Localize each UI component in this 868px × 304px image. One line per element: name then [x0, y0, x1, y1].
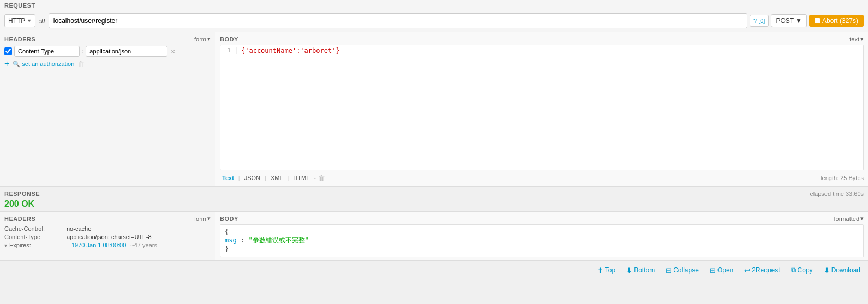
protocol-label: HTTP	[8, 17, 25, 25]
response-section-label: RESPONSE	[4, 190, 40, 197]
response-body-panel: BODY formatted ▾ { msg : "参数错误或不完整" }	[215, 212, 868, 260]
open-icon: ⊞	[710, 266, 716, 275]
resp-headers-form-arrow-icon: ▾	[207, 215, 211, 222]
tab-json[interactable]: JSON	[242, 174, 262, 182]
body-panel-title: BODY	[220, 36, 238, 43]
collapse-button[interactable]: ⊟ Collapse	[662, 265, 702, 276]
header-value-input[interactable]	[86, 46, 167, 57]
resp-body-title: BODY	[220, 216, 238, 222]
protocol-select[interactable]: HTTP ▼	[4, 14, 35, 27]
request-body-panel: BODY text ▾ 1 {'accountName':'arboret'} …	[215, 32, 868, 186]
headers-form-arrow-icon: ▾	[207, 35, 211, 43]
request-button[interactable]: ↩ 2Request	[741, 265, 783, 276]
resp-json-brace-open: {	[225, 228, 859, 236]
resp-header-key-expires: Expires:	[9, 242, 69, 248]
bottom-label: Bottom	[634, 266, 655, 274]
download-button[interactable]: ⬇ Download	[821, 265, 864, 276]
add-header-button[interactable]: +	[4, 59, 9, 69]
copy-button[interactable]: ⧉ Copy	[788, 264, 816, 276]
resp-header-val-expires[interactable]: 1970 Jan 1 08:00:00	[71, 242, 126, 248]
request-body-area: HEADERS form ▾ : × + 🔍 set an authoriza	[0, 32, 868, 186]
request-label: 2Request	[752, 266, 780, 274]
auth-link-label: set an authorization	[22, 61, 74, 67]
request-section: REQUEST HTTP ▼ :// ? [0] POST ▼ Abort (3…	[0, 0, 868, 186]
resp-json-msg-line: msg : "参数错误或不完整"	[225, 236, 859, 245]
code-line-1: 1 {'accountName':'arboret'}	[220, 45, 863, 56]
resp-headers-form-label: form	[194, 216, 206, 222]
response-header-row: RESPONSE elapsed time 33.60s	[0, 187, 868, 198]
request-body-editor[interactable]: 1 {'accountName':'arboret'}	[220, 45, 864, 170]
body-tabs: Text | JSON | XML | HTML - 🗑	[220, 174, 325, 182]
request-icon: ↩	[744, 266, 750, 275]
request-section-label: REQUEST	[0, 0, 868, 10]
top-label: Top	[605, 266, 615, 274]
search-icon: 🔍	[13, 61, 20, 68]
open-label: Open	[717, 266, 733, 274]
download-label: Download	[831, 266, 860, 274]
resp-header-val-ctype: application/json; charset=UTF-8	[67, 234, 152, 240]
bottom-button[interactable]: ⬇ Bottom	[623, 265, 658, 276]
collapse-label: Collapse	[673, 266, 699, 274]
expires-note: ~47 years	[130, 242, 157, 248]
response-body-editor: { msg : "参数错误或不完整" }	[220, 224, 864, 257]
open-button[interactable]: ⊞ Open	[707, 265, 737, 276]
copy-label: Copy	[798, 266, 813, 274]
body-text-badge[interactable]: text ▾	[849, 35, 864, 43]
abort-button[interactable]: Abort (327s)	[809, 15, 864, 27]
abort-label: Abort (327s)	[822, 17, 858, 25]
header-checkbox[interactable]	[4, 47, 12, 55]
resp-header-cache-control: Cache-Control: no-cache	[4, 225, 211, 232]
headers-form-badge[interactable]: form ▾	[194, 35, 211, 43]
body-length: length: 25 Bytes	[821, 175, 864, 181]
download-icon: ⬇	[824, 266, 830, 275]
url-input[interactable]	[49, 13, 747, 28]
header-separator: :	[82, 47, 83, 55]
header-delete-button[interactable]: ×	[170, 47, 176, 56]
resp-headers-panel-title: HEADERS	[4, 216, 35, 222]
headers-form-label: form	[194, 36, 206, 43]
response-headers-panel: HEADERS form ▾ Cache-Control: no-cache C…	[0, 212, 215, 260]
formatted-arrow-icon: ▾	[860, 215, 864, 222]
top-icon: ⬆	[597, 266, 603, 275]
header-key-input[interactable]	[14, 46, 80, 57]
url-bar: HTTP ▼ :// ? [0] POST ▼ Abort (327s)	[0, 10, 868, 32]
tab-xml[interactable]: XML	[268, 174, 285, 182]
collapse-icon: ⊟	[666, 266, 672, 275]
response-section: RESPONSE elapsed time 33.60s 200 OK HEAD…	[0, 186, 868, 279]
resp-body-header: BODY formatted ▾	[220, 215, 864, 222]
body-delete-button[interactable]: 🗑	[318, 174, 325, 182]
headers-panel-title: HEADERS	[4, 36, 35, 43]
tab-html[interactable]: HTML	[291, 174, 312, 182]
method-arrow-icon: ▼	[795, 17, 802, 25]
status-row: 200 OK	[0, 198, 868, 211]
resp-header-key-cache: Cache-Control:	[4, 225, 64, 232]
copy-icon: ⧉	[791, 266, 796, 275]
body-text-arrow-icon: ▾	[860, 35, 864, 43]
protocol-arrow-icon: ▼	[27, 18, 32, 23]
body-text-label: text	[849, 36, 859, 43]
set-auth-link[interactable]: 🔍 set an authorization	[13, 61, 74, 68]
headers-panel-header: HEADERS form ▾	[4, 35, 211, 43]
question-button[interactable]: ? [0]	[750, 15, 769, 27]
resp-headers-form-badge[interactable]: form ▾	[194, 215, 211, 222]
response-body-area: HEADERS form ▾ Cache-Control: no-cache C…	[0, 211, 868, 260]
response-actions-bar: ⬆ Top ⬇ Bottom ⊟ Collapse ⊞ Open ↩ 2Requ…	[0, 260, 868, 279]
top-button[interactable]: ⬆ Top	[594, 265, 619, 276]
code-key: {'accountName':'arboret'}	[241, 47, 340, 55]
header-row: : ×	[4, 46, 211, 57]
tab-text[interactable]: Text	[220, 174, 236, 182]
code-content-1: {'accountName':'arboret'}	[241, 47, 863, 55]
resp-json-brace-close: }	[225, 245, 859, 253]
method-select[interactable]: POST ▼	[771, 14, 807, 27]
elapsed-time: elapsed time 33.60s	[810, 190, 864, 197]
url-separator: ://	[39, 17, 45, 25]
line-number-1: 1	[220, 47, 237, 54]
status-code: 200 OK	[4, 199, 34, 209]
resp-header-key-ctype: Content-Type:	[4, 234, 64, 240]
body-footer: Text | JSON | XML | HTML - 🗑 length: 25 …	[220, 174, 864, 182]
formatted-label: formatted	[834, 216, 859, 222]
formatted-badge[interactable]: formatted ▾	[834, 215, 864, 222]
headers-trash-icon[interactable]: 🗑	[77, 60, 85, 68]
resp-header-expires: ▾ Expires: 1970 Jan 1 08:00:00 ~47 years	[4, 242, 211, 248]
stop-icon	[815, 18, 820, 23]
